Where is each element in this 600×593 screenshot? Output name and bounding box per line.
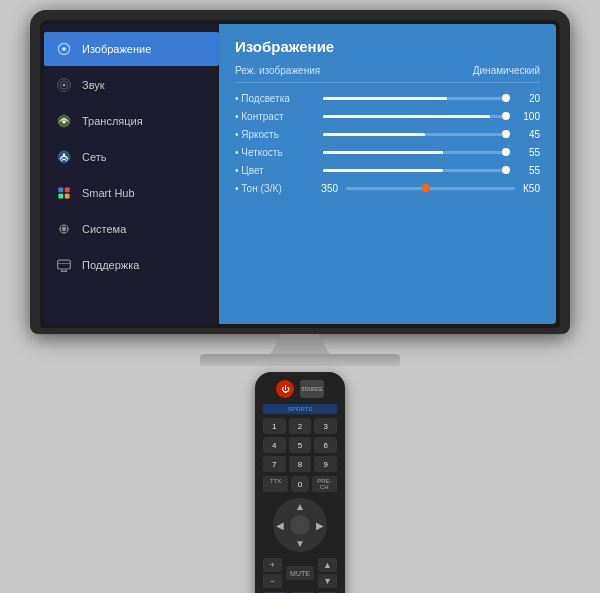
setting-label-brightness: Яркость: [235, 129, 315, 140]
setting-row-contrast: Контраст 100: [235, 111, 540, 122]
support-icon: [54, 255, 74, 275]
setting-row-backlight: Подсветка 20: [235, 93, 540, 104]
svg-rect-12: [58, 194, 63, 199]
num-5[interactable]: 5: [289, 437, 312, 453]
ch-down-button[interactable]: ▼: [318, 574, 337, 588]
ton-left-value: З50: [321, 183, 338, 194]
power-button[interactable]: ⏻: [276, 380, 294, 398]
sports-button[interactable]: SPORTS: [263, 404, 337, 414]
source-button[interactable]: SOURCE: [300, 380, 324, 398]
num-7[interactable]: 7: [263, 456, 286, 472]
num-9[interactable]: 9: [314, 456, 337, 472]
sidebar-item-smarthub[interactable]: Smart Hub: [44, 176, 219, 210]
sidebar-item-broadcast[interactable]: Трансляция: [44, 104, 219, 138]
num-1[interactable]: 1: [263, 418, 286, 434]
sound-icon: [54, 75, 74, 95]
dpad-left[interactable]: ◀: [276, 520, 284, 531]
mute-button[interactable]: MUTE: [286, 566, 314, 580]
svg-rect-11: [65, 187, 70, 192]
sidebar-item-support[interactable]: Поддержка: [44, 248, 219, 282]
dpad-down[interactable]: ▼: [295, 538, 305, 549]
slider-ton[interactable]: [346, 187, 515, 190]
setting-value-sharpness: 55: [516, 147, 540, 158]
dpad: ▲ ▼ ◀ ▶: [273, 498, 327, 552]
setting-label-ton: Тон (З/К): [235, 183, 315, 194]
num-2[interactable]: 2: [289, 418, 312, 434]
vol-down-button[interactable]: −: [263, 574, 282, 588]
setting-value-contrast: 100: [516, 111, 540, 122]
num-4[interactable]: 4: [263, 437, 286, 453]
network-icon: [54, 147, 74, 167]
tv-outer: Изображение Звук: [30, 10, 570, 334]
setting-row-brightness: Яркость 45: [235, 129, 540, 140]
setting-value-color: 55: [516, 165, 540, 176]
sidebar-label-network: Сеть: [82, 151, 106, 163]
sidebar-label-broadcast: Трансляция: [82, 115, 143, 127]
ch-group: ▲ ▼: [318, 558, 337, 588]
svg-rect-13: [65, 194, 70, 199]
sidebar-label-image: Изображение: [82, 43, 151, 55]
vol-up-button[interactable]: +: [263, 558, 282, 572]
slider-backlight[interactable]: [323, 97, 508, 100]
setting-label-color: Цвет: [235, 165, 315, 176]
setting-value-brightness: 45: [516, 129, 540, 140]
svg-point-9: [63, 153, 65, 155]
num-3[interactable]: 3: [314, 418, 337, 434]
tv-stand: [200, 334, 400, 366]
mode-value: Динамический: [473, 65, 540, 76]
image-icon: [54, 39, 74, 59]
stand-neck: [270, 334, 330, 354]
remote-top-row: ⏻ SOURCE: [263, 380, 337, 398]
slider-sharpness[interactable]: [323, 151, 508, 154]
svg-point-8: [58, 151, 71, 164]
num-0[interactable]: 0: [291, 476, 308, 492]
dpad-up[interactable]: ▲: [295, 501, 305, 512]
sidebar-item-image[interactable]: Изображение: [44, 32, 219, 66]
ch-up-button[interactable]: ▲: [318, 558, 337, 572]
setting-label-sharpness: Четкость: [235, 147, 315, 158]
setting-row-sharpness: Четкость 55: [235, 147, 540, 158]
sidebar-label-sound: Звук: [82, 79, 105, 91]
vol-ch-row: + − MUTE ▲ ▼: [263, 558, 337, 588]
svg-point-5: [62, 83, 65, 86]
dpad-right[interactable]: ▶: [316, 520, 324, 531]
panel-title: Изображение: [235, 38, 540, 55]
remote-control: ⏻ SOURCE SPORTS 1 2 3 4 5 6 7 8 9 TTX 0 …: [255, 372, 345, 593]
setting-row-ton: Тон (З/К) З50 К50: [235, 183, 540, 194]
num-8[interactable]: 8: [289, 456, 312, 472]
svg-rect-10: [58, 187, 63, 192]
content-panel: Изображение Реж. изображения Динамически…: [219, 24, 556, 324]
svg-point-7: [62, 120, 65, 123]
sidebar-item-network[interactable]: Сеть: [44, 140, 219, 174]
sidebar-item-system[interactable]: Система: [44, 212, 219, 246]
mode-label: Реж. изображения: [235, 65, 320, 76]
num-6[interactable]: 6: [314, 437, 337, 453]
numpad: 1 2 3 4 5 6 7 8 9: [263, 418, 337, 472]
ttx-button[interactable]: TTX: [263, 476, 288, 492]
setting-row-color: Цвет 55: [235, 165, 540, 176]
broadcast-icon: [54, 111, 74, 131]
tv-bezel: Изображение Звук: [40, 20, 560, 328]
slider-brightness[interactable]: [323, 133, 508, 136]
sidebar: Изображение Звук: [44, 24, 219, 324]
setting-label-backlight: Подсветка: [235, 93, 315, 104]
svg-point-14: [62, 227, 67, 232]
power-icon: ⏻: [281, 385, 289, 394]
settings-list: Подсветка 20 Контраст: [235, 93, 540, 194]
smarthub-icon: [54, 183, 74, 203]
tv-screen: Изображение Звук: [44, 24, 556, 324]
setting-label-contrast: Контраст: [235, 111, 315, 122]
dpad-ok[interactable]: [290, 515, 310, 535]
svg-point-2: [62, 47, 65, 50]
sidebar-label-smarthub: Smart Hub: [82, 187, 135, 199]
stand-base: [200, 354, 400, 366]
ttx-prech-row: TTX 0 PRE-CH: [263, 476, 337, 492]
source-label: SOURCE: [301, 386, 322, 392]
setting-value-backlight: 20: [516, 93, 540, 104]
slider-color[interactable]: [323, 169, 508, 172]
sidebar-label-support: Поддержка: [82, 259, 139, 271]
svg-rect-16: [58, 260, 71, 269]
prech-button[interactable]: PRE-CH: [312, 476, 337, 492]
slider-contrast[interactable]: [323, 115, 508, 118]
sidebar-item-sound[interactable]: Звук: [44, 68, 219, 102]
